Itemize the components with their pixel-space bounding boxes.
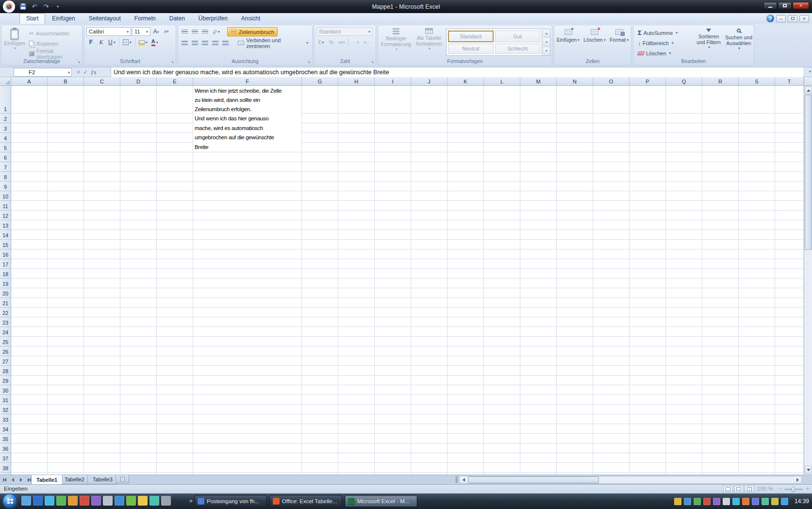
decrease-indent-button[interactable] [211,39,220,48]
workbook-restore-button[interactable] [788,15,797,22]
task-button-browser[interactable]: Office: Excel Tabelle... [269,495,342,507]
help-button[interactable]: ? [766,15,774,22]
scroll-down-button[interactable] [805,466,812,474]
column-header-M[interactable]: M [520,77,557,86]
row-header-10[interactable]: 10 [0,191,11,201]
scroll-left-button[interactable] [460,476,467,483]
page-layout-view-button[interactable] [734,486,744,493]
maximize-button[interactable] [778,2,792,9]
tray-icon[interactable] [781,498,788,505]
row-header-22[interactable]: 22 [0,308,11,317]
clear-button[interactable]: Löschen▾ [636,49,694,58]
tab-einfuegen[interactable]: Einfügen [45,13,82,24]
zoom-slider-thumb[interactable] [792,487,795,492]
fill-color-button[interactable]: ▾ [137,38,149,47]
row-header-4[interactable]: 4 [0,133,11,143]
percent-format-button[interactable]: % [327,38,336,47]
quicklaunch-icon[interactable] [33,496,43,506]
quicklaunch-icon[interactable] [56,496,66,506]
row-header-17[interactable]: 17 [0,259,11,269]
row-header-27[interactable]: 27 [0,356,11,366]
taskbar-clock[interactable]: 14:39 [795,498,809,505]
zoom-in-button[interactable]: + [805,486,811,492]
column-header-B[interactable]: B [48,77,84,86]
borders-button[interactable]: ▾ [121,38,133,47]
quicklaunch-icon[interactable] [68,496,78,506]
tray-icon[interactable] [684,498,691,505]
row-header-13[interactable]: 13 [0,220,11,230]
row-header-34[interactable]: 34 [0,424,11,434]
autosum-button[interactable]: ΣAutoSumme▾ [636,28,694,37]
align-middle-button[interactable] [190,28,199,36]
cut-button[interactable]: ✂Ausschneiden [28,29,82,38]
format-as-table-button[interactable]: Als Tabelle formatieren ▾ [413,27,445,58]
row-header-6[interactable]: 6 [0,152,11,162]
quicklaunch-icon[interactable] [149,496,159,506]
bold-button[interactable]: F [86,38,96,47]
formula-input[interactable]: Und wenn ich das hier genauso mache, wir… [111,67,803,77]
quicklaunch-icon[interactable] [161,496,171,506]
row-header-30[interactable]: 30 [0,385,11,395]
zoom-level[interactable]: 100 % [757,486,773,492]
gallery-more-button[interactable]: ▾ [543,47,550,55]
row-header-37[interactable]: 37 [0,453,11,463]
align-center-button[interactable] [190,39,199,48]
tray-icon[interactable] [703,498,711,505]
row-header-2[interactable]: 2 [0,114,11,123]
quicklaunch-icon[interactable] [103,496,113,506]
scroll-up-button[interactable] [805,86,812,94]
font-size-select[interactable]: 11▾ [132,27,150,36]
column-header-C[interactable]: C [84,77,120,86]
workbook-minimize-button[interactable]: – [776,15,786,22]
vertical-scrollbar[interactable] [804,77,812,475]
column-header-R[interactable]: R [702,77,739,86]
row-header-11[interactable]: 11 [0,201,11,211]
quicklaunch-icon[interactable] [91,496,101,506]
gallery-up-button[interactable]: ▴ [543,29,550,38]
dialog-launcher-icon[interactable]: ↘ [77,59,81,64]
normal-view-button[interactable] [723,486,733,493]
name-box[interactable]: F2 ▾ [14,68,72,77]
insert-worksheet-button[interactable] [116,475,129,483]
wrap-text-button[interactable]: Zeilenumbruch [227,27,278,36]
tab-ansicht[interactable]: Ansicht [234,13,267,24]
find-select-button[interactable]: Suchen und Auswählen ▾ [725,27,753,50]
quicklaunch-icon[interactable] [21,496,31,506]
workbook-close-button[interactable]: × [799,15,809,22]
enter-button[interactable]: ✓ [83,69,88,75]
column-header-T[interactable]: T [775,77,804,86]
tab-seitenlayout[interactable]: Seitenlayout [82,13,128,24]
row-header-16[interactable]: 16 [0,249,11,259]
tab-ueberpruefen[interactable]: Überprüfen [192,13,234,24]
row-header-1[interactable]: 1 [0,86,11,114]
sheet-tab-tabelle2[interactable]: Tabelle2 [59,475,90,484]
task-button-mail[interactable]: Posteingang von fh... [194,495,267,507]
increase-indent-button[interactable] [221,39,230,48]
column-header-E[interactable]: E [157,77,193,86]
horizontal-scroll-thumb[interactable] [468,476,599,483]
next-sheet-button[interactable] [17,476,25,483]
decrease-font-button[interactable]: A▾ [162,27,171,36]
cell-F1[interactable]: Wenn ich hier jetzt schreibe, die Zellez… [193,86,301,114]
style-standard[interactable]: Standard [448,31,494,42]
tray-icon[interactable] [732,498,740,505]
quicklaunch-icon[interactable] [126,496,136,506]
style-gut[interactable]: Gut [495,31,541,42]
row-header-5[interactable]: 5 [0,143,11,152]
row-header-32[interactable]: 32 [0,405,11,414]
fill-button[interactable]: ↓Füllbereich▾ [636,38,694,48]
increase-font-button[interactable]: A▴ [151,27,161,36]
column-header-L[interactable]: L [484,77,520,86]
quicklaunch-icon[interactable] [80,496,89,506]
quicklaunch-icon[interactable] [138,496,148,506]
style-schlecht[interactable]: Schlecht [495,44,541,54]
row-header-38[interactable]: 38 [0,463,11,473]
zoom-out-button[interactable]: − [778,486,783,492]
row-header-21[interactable]: 21 [0,298,11,308]
underline-button[interactable]: U▾ [107,38,117,47]
paste-button[interactable]: Einfügen ▾ [3,27,26,59]
dialog-launcher-icon[interactable]: ↘ [307,59,311,64]
grid-cells[interactable]: Wenn ich hier jetzt schreibe, die Zellez… [11,86,804,475]
tab-daten[interactable]: Daten [163,13,192,24]
tray-icon[interactable] [723,498,730,505]
